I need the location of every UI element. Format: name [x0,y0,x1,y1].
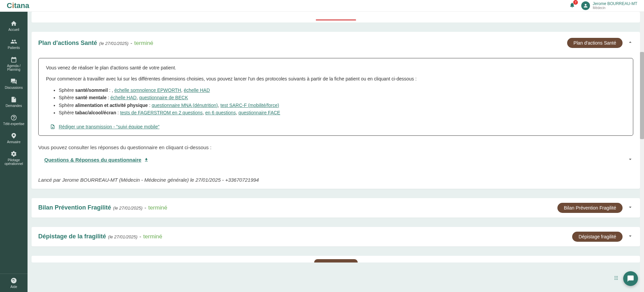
chevron-down-icon [627,156,633,162]
speech-bubble-icon [627,275,634,282]
user-menu[interactable]: Jerome BOURREAU-MT Médecin [581,1,637,10]
user-info: Jerome BOURREAU-MT Médecin [593,2,637,10]
protocol-link[interactable]: test SARC-F (mobilité/force) [220,103,279,108]
protocol-link[interactable]: tests de FAGERSTROM en 2 questions [120,110,203,115]
section-chip[interactable]: Plan d'actions Santé [567,38,623,48]
directory-icon [10,132,17,139]
settings-icon [10,151,17,157]
sidebar-item-label: Aide [10,285,17,289]
box-lead: Pour commencer à travailler avec lui sur… [46,75,626,82]
svg-point-8 [617,279,618,280]
sidebar-item-accueil[interactable]: Accueil [0,17,28,35]
section-header[interactable]: Plan d'actions Santé (le 27/01/2025) - t… [38,38,633,48]
logo[interactable]: Citana [7,1,29,10]
svg-point-1 [616,276,616,277]
protocol-link[interactable]: questionnaire FACE [238,110,280,115]
sidebar-item-label: Demandes [6,104,22,108]
sidebar-item-teleexpertise[interactable]: Télé-expertise [0,111,28,129]
expand-toggle[interactable] [627,233,633,240]
svg-point-5 [617,278,618,278]
launched-by: Lancé par Jerome BOURREAU-MT (Médecin - … [38,177,633,183]
sphere-item: Sphère tabac/alcool/écran : tests de FAG… [59,109,626,116]
section-status: terminé [134,40,153,47]
sidebar-item-discussions[interactable]: Discussions [0,75,28,93]
person-icon [583,3,588,8]
svg-point-3 [614,278,615,278]
section-header[interactable]: Dépistage de la fragilité (le 27/01/2025… [38,232,633,242]
card-stub-top [32,12,640,22]
chevron-down-icon [627,233,633,239]
info-box: Vous venez de réaliser le plan d'actions… [38,58,633,136]
sidebar-item-label: Patients [8,46,20,50]
sidebar-item-label: Agenda / Planning [1,64,26,71]
section-bilan-prevention: Bilan Prévention Fragilité (le 27/01/202… [32,198,640,218]
section-date: (le 27/01/2025) [99,41,128,46]
svg-point-4 [616,278,616,278]
note-icon [50,124,55,129]
scrollbar-thumb[interactable] [640,52,644,139]
floating-actions [613,271,638,286]
sidebar-item-aide[interactable]: Aide [0,274,28,292]
chevron-down-icon [627,204,633,210]
question-icon [10,277,17,284]
sphere-item: Sphère santé/sommeil : , échelle somnole… [59,86,626,94]
card-stub-bottom [32,256,640,262]
help-icon [10,114,17,121]
sphere-item: Sphère santé mentale : échelle HAD, ques… [59,94,626,101]
section-chip[interactable]: Bilan Prévention Fragilité [557,203,623,213]
download-icon [144,158,149,162]
transmission-row: Rédiger une transmission - "suivi équipe… [46,124,626,129]
sphere-list: Sphère santé/sommeil : , échelle somnole… [46,86,626,117]
sidebar-item-annuaire[interactable]: Annuaire [0,129,28,147]
section-chip[interactable]: Dépistage fragilité [572,232,623,242]
drag-icon [613,275,619,281]
questions-answers-link[interactable]: Questions & Réponses du questionnaire [44,157,149,163]
protocol-link[interactable]: échelle HAD [184,87,210,93]
section-date: (le 27/01/2025) [113,206,142,211]
user-name: Jerome BOURREAU-MT [593,2,637,6]
sidebar: Accueil Patients Agenda / Planning Discu… [0,12,28,292]
svg-point-6 [614,279,615,280]
sidebar-item-pilotage[interactable]: Pilotage opérationnel [0,147,28,169]
sidebar-item-agenda[interactable]: Agenda / Planning [0,53,28,75]
user-role: Médecin [593,6,637,10]
sidebar-item-patients[interactable]: Patients [0,35,28,53]
sidebar-item-label: Télé-expertise [3,122,24,126]
file-icon [10,96,17,103]
protocol-link[interactable]: questionnaire de BECK [139,95,188,100]
protocol-link[interactable]: questionnaire MNA (dénutrition) [152,103,218,108]
svg-point-7 [616,279,616,280]
section-depistage-fragilite: Dépistage de la fragilité (le 27/01/2025… [32,227,640,246]
chevron-up-icon [627,39,633,45]
svg-point-2 [617,276,618,277]
scrollbar[interactable] [640,12,644,292]
chat-button[interactable] [623,271,638,286]
protocol-link[interactable]: échelle HAD [110,95,137,100]
sidebar-item-label: Annuaire [7,140,20,144]
box-intro: Vous venez de réaliser le plan d'actions… [46,64,626,71]
section-status: terminé [148,205,167,211]
sidebar-item-label: Pilotage opérationnel [1,158,26,166]
qr-expand-toggle[interactable] [627,156,633,164]
section-title: Bilan Prévention Fragilité [38,204,111,211]
transmission-link[interactable]: Rédiger une transmission - "suivi équipe… [59,124,159,129]
section-header[interactable]: Bilan Prévention Fragilité (le 27/01/202… [38,203,633,213]
svg-point-0 [614,276,615,277]
section-date: (le 27/01/2025) [108,234,137,239]
content: Plan d'actions Santé (le 27/01/2025) - t… [28,12,644,292]
drag-handle[interactable] [613,275,619,282]
group-icon [10,38,17,45]
sphere-item: Sphère alimentation et activité physique… [59,102,626,109]
notifications-button[interactable]: 7 [569,2,575,9]
section-plan-actions: Plan d'actions Santé (le 27/01/2025) - t… [32,32,640,189]
notification-count: 7 [573,0,578,5]
expand-toggle[interactable] [627,204,633,212]
home-icon [10,20,17,27]
collapse-toggle[interactable] [627,39,633,47]
section-title: Dépistage de la fragilité [38,233,106,240]
calendar-icon [10,56,17,63]
section-status: terminé [143,233,162,240]
protocol-link[interactable]: en 6 questions [205,110,236,115]
protocol-link[interactable]: échelle somnolence EPWORTH [114,87,181,93]
sidebar-item-demandes[interactable]: Demandes [0,93,28,111]
